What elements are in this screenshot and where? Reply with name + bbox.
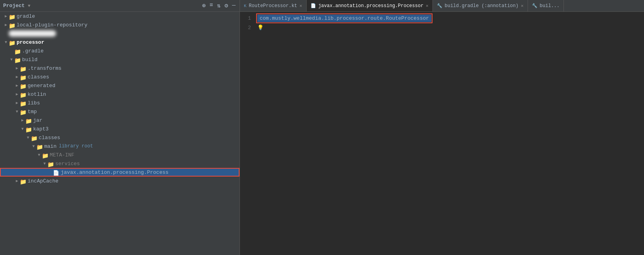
tab-label: buil... — [540, 3, 560, 9]
arrow-icon — [3, 40, 9, 45]
folder-icon: 📁 — [20, 179, 26, 184]
tab-label: javax.annotation.processing.Processor — [318, 3, 423, 9]
arrow-icon — [14, 66, 20, 71]
tree-item-build[interactable]: 📁 build — [0, 55, 240, 64]
settings-icon[interactable]: ⚙ — [224, 1, 229, 10]
tree-label-meta-inf: META-INF — [50, 152, 74, 158]
folder-icon: 📁 — [9, 14, 15, 19]
folder-icon: 📁 — [9, 40, 15, 45]
tree-item-classes[interactable]: 📁 classes — [0, 73, 240, 81]
lightbulb-icon[interactable]: 💡 — [257, 25, 264, 31]
tree-label-kapt3: kapt3 — [33, 126, 49, 132]
tree-item-gradle[interactable]: 📁 gradle — [0, 12, 240, 20]
tree-item-jar[interactable]: 📁 jar — [0, 116, 240, 125]
tree-item-classes2[interactable]: 📁 classes — [0, 133, 240, 142]
tab-bar: Project ▼ ⊕ ≡ ⇅ ⚙ — K RouteProcessor.kt … — [0, 0, 644, 12]
folder-icon: 📁 — [25, 118, 32, 123]
tab-gradle2-icon: 🔧 — [532, 3, 537, 8]
tree-label-jar: jar — [33, 117, 42, 123]
arrow-icon — [14, 74, 20, 79]
folder-icon: 📁 — [42, 153, 48, 158]
tree-item-transforms[interactable]: 📁 .transforms — [0, 64, 240, 73]
code-highlighted: com.mustly.wellmedia.lib.processor.route… — [257, 15, 431, 22]
tree-item-kapt3[interactable]: 📁 kapt3 — [0, 125, 240, 133]
tree-label-build: build — [22, 57, 37, 63]
tree-item-meta-inf[interactable]: 📁 META-INF — [0, 151, 240, 159]
folder-icon: 📁 — [20, 109, 26, 114]
tree-label-incapcache: incApCache — [28, 178, 58, 184]
panel-header: Project ▼ ⊕ ≡ ⇅ ⚙ — — [0, 0, 240, 11]
arrow-icon — [14, 83, 20, 88]
editor-content: 1 com.mustly.wellmedia.lib.processor.rou… — [240, 12, 644, 34]
tree-item-blurred[interactable] — [0, 29, 240, 38]
tree-label-services: services — [55, 161, 80, 167]
arrow-icon — [25, 136, 31, 140]
tree-item-generated[interactable]: 📁 generated — [0, 81, 240, 90]
editor-tabs: K RouteProcessor.kt ✕ 📄 javax.annotation… — [240, 0, 644, 11]
tree-label-transforms: .transforms — [28, 65, 62, 71]
tree-item-dotgradle[interactable]: 📁 .gradle — [0, 47, 240, 55]
tree-item-tmp[interactable]: 📁 tmp — [0, 107, 240, 116]
close-icon[interactable]: ✕ — [426, 3, 429, 8]
tree-item-libs[interactable]: 📁 libs — [0, 99, 240, 107]
tree-item-main[interactable]: 📁 main library root — [0, 142, 240, 151]
folder-icon: 📁 — [31, 135, 37, 140]
main-area: 📁 gradle 📁 local-plugin-repository 📁 pro… — [0, 12, 644, 255]
sort-icon[interactable]: ⇅ — [216, 1, 221, 10]
tab-build-gradle[interactable]: 🔧 build.gradle (:annotation) ✕ — [433, 0, 528, 11]
tree-label-libs: libs — [28, 100, 40, 106]
tree-item-services[interactable]: 📁 services — [0, 159, 240, 168]
tree-label-processor: processor — [17, 39, 44, 45]
folder-icon: 📁 — [14, 48, 21, 54]
library-root-label: library root — [59, 143, 93, 149]
arrow-icon — [31, 144, 36, 149]
editor-line-2: 2 💡 — [240, 23, 644, 32]
add-icon[interactable]: ⊕ — [201, 1, 206, 10]
tab-kt-icon: K — [244, 4, 247, 8]
tab-processor-service[interactable]: 📄 javax.annotation.processing.Processor … — [307, 0, 433, 11]
folder-icon: 📁 — [25, 127, 32, 132]
tree-label-local-plugin: local-plugin-repository — [17, 22, 87, 28]
minimize-icon[interactable]: — — [231, 1, 236, 10]
folder-icon: 📁 — [14, 57, 21, 62]
arrow-icon — [14, 92, 20, 97]
close-icon[interactable]: ✕ — [521, 3, 524, 8]
tree-item-javax-file[interactable]: 📄 javax.annotation.processing.Process — [0, 168, 240, 177]
folder-icon: 📁 — [20, 66, 26, 71]
tree-label-javax-file: javax.annotation.processing.Process — [61, 169, 168, 175]
tree-item-local-plugin[interactable]: 📁 local-plugin-repository — [0, 20, 240, 29]
folder-icon: 📁 — [20, 83, 26, 88]
line-number-2: 2 — [240, 25, 256, 31]
project-panel-title: Project — [3, 3, 25, 9]
tab-label: RouteProcessor.kt — [249, 3, 297, 9]
toolbar-icons: ⊕ ≡ ⇅ ⚙ — — [201, 1, 236, 10]
close-icon[interactable]: ✕ — [300, 3, 302, 8]
tree-item-processor[interactable]: 📁 processor — [0, 38, 240, 47]
blurred-label — [9, 30, 56, 37]
tree-item-incapcache[interactable]: 📁 incApCache — [0, 177, 240, 185]
folder-icon: 📁 — [20, 74, 26, 80]
arrow-icon — [20, 127, 25, 131]
tree-label-tmp: tmp — [28, 109, 37, 115]
project-sidebar[interactable]: 📁 gradle 📁 local-plugin-repository 📁 pro… — [0, 12, 240, 255]
tab-routeprocessor[interactable]: K RouteProcessor.kt ✕ — [240, 0, 307, 11]
tree-label-classes2: classes — [39, 135, 60, 141]
align-icon[interactable]: ≡ — [209, 1, 214, 10]
arrow-icon — [36, 153, 42, 157]
line-code-1: com.mustly.wellmedia.lib.processor.route… — [256, 15, 644, 22]
arrow-icon — [20, 118, 25, 123]
tree-label-generated: generated — [28, 83, 55, 89]
folder-icon: 📁 — [9, 22, 15, 28]
tree-label-dotgradle: .gradle — [22, 48, 44, 54]
arrow-icon — [3, 22, 9, 27]
tree-item-kotlin[interactable]: 📁 kotlin — [0, 90, 240, 99]
editor-area: 1 com.mustly.wellmedia.lib.processor.rou… — [240, 12, 644, 255]
line-number-1: 1 — [240, 15, 256, 21]
arrow-icon — [9, 58, 14, 62]
tab-build2[interactable]: 🔧 buil... — [528, 0, 564, 11]
chevron-down-icon[interactable]: ▼ — [28, 4, 31, 8]
file-icon: 📄 — [53, 170, 59, 175]
tree-label-classes: classes — [28, 74, 49, 80]
arrow-icon — [14, 110, 20, 114]
arrow-icon — [14, 101, 20, 105]
